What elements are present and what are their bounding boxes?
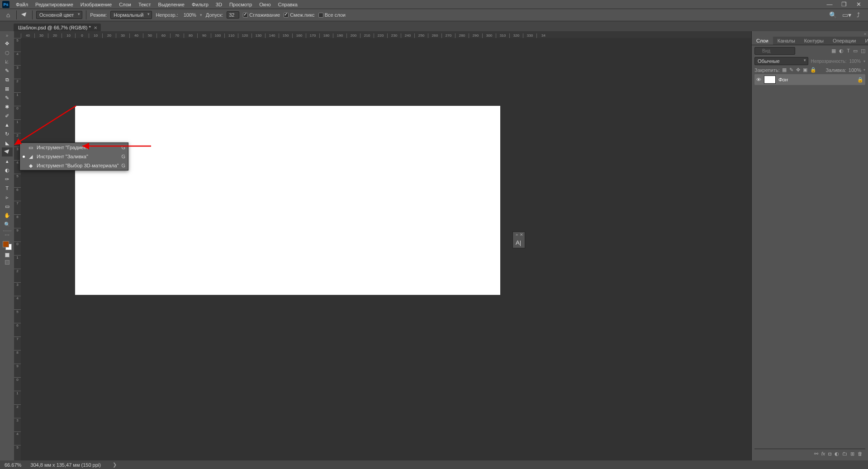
brush-tool[interactable]: ✐: [2, 111, 13, 120]
fg-color-swatch[interactable]: [3, 241, 9, 247]
layer-style-icon[interactable]: fx: [821, 451, 825, 457]
menu-view[interactable]: Просмотр: [226, 2, 256, 7]
menu-3d[interactable]: 3D: [212, 2, 226, 7]
zoom-tool[interactable]: 🔍: [2, 220, 13, 229]
filter-adjustment-icon[interactable]: ◐: [839, 48, 844, 54]
maximize-icon[interactable]: ❐: [837, 1, 851, 8]
contiguous-checkbox[interactable]: Смеж.пикс: [284, 12, 314, 18]
shape-tool[interactable]: ▭: [2, 202, 13, 211]
workspace-icon[interactable]: ▭▾: [842, 11, 851, 19]
menu-help[interactable]: Справка: [275, 2, 301, 7]
blend-mode-dropdown[interactable]: Обычные: [754, 57, 808, 65]
lock-position-icon[interactable]: ✥: [796, 67, 800, 73]
layer-row[interactable]: 👁 Фон 🔒: [754, 74, 865, 85]
menu-type[interactable]: Текст: [135, 2, 155, 7]
layers-panel: ▦ ◐ T ▭ ◫ Обычные Непрозрачность: 100%▾ …: [752, 45, 868, 460]
tab-paths[interactable]: Контуры: [800, 37, 828, 45]
clone-stamp-tool[interactable]: ▲: [2, 120, 13, 129]
canvas-area[interactable]: 4030201001020304050607080901001101201301…: [14, 31, 751, 460]
document-close-icon[interactable]: ✕: [94, 25, 97, 30]
move-tool[interactable]: ✥: [2, 39, 13, 48]
filter-pixel-icon[interactable]: ▦: [831, 48, 836, 54]
dodge-tool[interactable]: ◐: [2, 166, 13, 175]
lock-image-icon[interactable]: ✎: [789, 67, 793, 73]
tab-actions[interactable]: Операции: [828, 37, 860, 45]
close-icon[interactable]: ✕: [851, 1, 866, 8]
collapse-icon[interactable]: »: [516, 232, 518, 237]
close-icon[interactable]: ✕: [520, 232, 523, 237]
menu-layers[interactable]: Слои: [115, 2, 135, 7]
eyedropper-tool[interactable]: ✎: [2, 93, 13, 102]
link-layers-icon[interactable]: ⚯: [814, 451, 818, 457]
layer-thumbnail[interactable]: [764, 76, 776, 84]
quick-mask-off[interactable]: [5, 253, 9, 257]
tab-channels[interactable]: Каналы: [773, 37, 800, 45]
type-tool[interactable]: T: [2, 184, 13, 193]
menu-filter[interactable]: Фильтр: [188, 2, 212, 7]
document-canvas[interactable]: [75, 106, 500, 295]
all-layers-checkbox[interactable]: Все слои: [318, 12, 346, 18]
color-swatches[interactable]: [3, 241, 12, 250]
fill-value[interactable]: 100%: [849, 67, 861, 73]
edit-toolbar-icon[interactable]: ⋯: [2, 232, 13, 238]
filter-type-icon[interactable]: T: [847, 48, 850, 54]
crop-tool[interactable]: ⧉: [2, 75, 13, 84]
zoom-level[interactable]: 66.67%: [5, 462, 21, 468]
new-layer-icon[interactable]: ⊞: [850, 451, 854, 457]
tolerance-field[interactable]: 32: [227, 11, 239, 19]
filter-shape-icon[interactable]: ▭: [853, 48, 858, 54]
flyout-shortcut: G: [122, 145, 126, 150]
tab-history[interactable]: История: [860, 37, 868, 45]
eraser-tool[interactable]: ◣: [2, 138, 13, 147]
menu-edit[interactable]: Редактирование: [32, 2, 77, 7]
delete-layer-icon[interactable]: 🗑: [858, 451, 863, 457]
home-icon[interactable]: ⌂: [4, 11, 13, 19]
healing-brush-tool[interactable]: ✱: [2, 102, 13, 111]
visibility-toggle-icon[interactable]: 👁: [756, 77, 761, 82]
minimize-icon[interactable]: —: [822, 1, 837, 8]
panels-collapse-icon[interactable]: »: [752, 31, 868, 37]
document-info[interactable]: 304,8 мм x 135,47 мм (150 ppi): [30, 462, 101, 468]
share-icon[interactable]: ⤴: [857, 11, 860, 19]
frame-tool[interactable]: ⊠: [2, 84, 13, 93]
layer-mask-icon[interactable]: ◘: [828, 451, 831, 457]
opacity-field[interactable]: 100%: [182, 12, 196, 18]
path-selection-tool[interactable]: ▹: [2, 193, 13, 202]
menu-file[interactable]: Файл: [12, 2, 32, 7]
menu-select[interactable]: Выделение: [155, 2, 188, 7]
tool-flyout-3d-material[interactable]: ◆ Инструмент "Выбор 3D-материала" G: [20, 161, 128, 170]
filter-smart-icon[interactable]: ◫: [861, 48, 865, 54]
lock-transparent-icon[interactable]: ▦: [782, 67, 787, 73]
magic-wand-tool[interactable]: ✎: [2, 66, 13, 75]
lasso-tool[interactable]: ⟀: [2, 57, 13, 66]
lock-artboard-icon[interactable]: ▣: [803, 67, 807, 73]
bucket-tool-icon[interactable]: [20, 11, 28, 19]
marquee-tool[interactable]: ◌: [2, 48, 13, 57]
history-brush-tool[interactable]: ↻: [2, 129, 13, 138]
pen-tool[interactable]: ✑: [2, 175, 13, 184]
hand-tool[interactable]: ✋: [2, 211, 13, 220]
toolbar-collapse-icon[interactable]: »: [6, 33, 9, 38]
screen-mode[interactable]: [5, 260, 9, 265]
fill-source-dropdown[interactable]: Основной цвет: [36, 11, 82, 19]
blur-tool[interactable]: ▴: [2, 156, 13, 166]
group-icon[interactable]: 🗀: [842, 451, 847, 457]
mode-dropdown[interactable]: Нормальный: [110, 11, 152, 19]
antialias-checkbox[interactable]: Сглаживание: [243, 12, 280, 18]
search-icon[interactable]: 🔍: [829, 11, 837, 19]
character-panel-collapsed[interactable]: »✕ А|: [512, 232, 525, 248]
document-tab[interactable]: Шаблон.psd @ 66,7% (RGB/8) * ✕: [14, 24, 101, 31]
layer-name[interactable]: Фон: [778, 77, 788, 82]
layer-search-input[interactable]: [754, 47, 795, 55]
tool-flyout-bucket[interactable]: ◢ Инструмент "Заливка" G: [20, 152, 128, 161]
tab-layers[interactable]: Слои: [752, 37, 773, 45]
tool-flyout-gradient[interactable]: ▭ Инструмент "Градиент" G: [20, 143, 128, 152]
menu-image[interactable]: Изображение: [77, 2, 115, 7]
adjustment-layer-icon[interactable]: ◐: [835, 451, 839, 457]
character-panel-icon[interactable]: А|: [513, 237, 525, 248]
opacity-value[interactable]: 100%: [849, 59, 861, 64]
menu-window[interactable]: Окно: [256, 2, 275, 7]
status-menu-icon[interactable]: ❯: [113, 462, 117, 468]
bucket-tool[interactable]: [2, 147, 13, 156]
lock-all-icon[interactable]: 🔒: [810, 67, 816, 73]
